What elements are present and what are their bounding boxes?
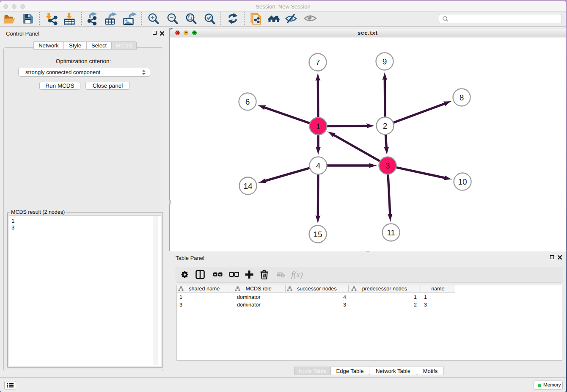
svg-text:14: 14: [243, 182, 253, 191]
svg-text:9: 9: [383, 58, 387, 66]
svg-text:f(x): f(x): [291, 270, 303, 279]
svg-text:2: 2: [383, 122, 388, 131]
svg-text:6: 6: [245, 98, 250, 107]
svg-text:8: 8: [460, 94, 464, 102]
svg-text:10: 10: [458, 178, 467, 187]
svg-text:1: 1: [316, 122, 321, 131]
svg-text:3: 3: [385, 162, 390, 171]
svg-text:15: 15: [313, 230, 322, 239]
svg-text:4: 4: [316, 162, 321, 171]
svg-text:11: 11: [387, 229, 395, 237]
svg-text:7: 7: [316, 58, 320, 67]
